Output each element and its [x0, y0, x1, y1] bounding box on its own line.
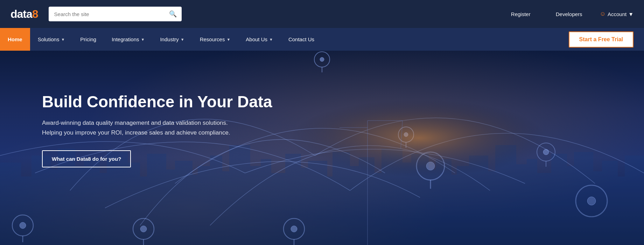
integrations-chevron-icon: ▼	[141, 37, 145, 42]
nav-contact[interactable]: Contact Us	[281, 28, 322, 51]
nav-about[interactable]: About Us ▼	[238, 28, 281, 51]
logo-text-accent: 8	[32, 8, 38, 21]
hero-section: Build Confidence in Your Data Award-winn…	[0, 51, 644, 245]
nav-solutions[interactable]: Solutions ▼	[30, 28, 73, 51]
trial-button[interactable]: Start a Free Trial	[569, 31, 634, 48]
nav-industry[interactable]: Industry ▼	[152, 28, 192, 51]
hero-content: Build Confidence in Your Data Award-winn…	[42, 93, 272, 167]
account-link[interactable]: ☺ Account ▼	[600, 10, 634, 17]
top-right-links: Register Developers ☺ Account ▼	[503, 10, 634, 17]
logo-text-main: data	[10, 8, 32, 21]
hero-subtitle: Award-winning data quality management an…	[42, 118, 245, 138]
search-icon: 🔍	[169, 10, 177, 17]
user-icon: ☺	[600, 10, 606, 17]
chevron-down-icon: ▼	[628, 11, 634, 17]
developers-link[interactable]: Developers	[548, 11, 590, 17]
resources-chevron-icon: ▼	[226, 37, 230, 42]
hero-title: Build Confidence in Your Data	[42, 93, 272, 111]
nav-left: Home Solutions ▼ Pricing Integrations ▼ …	[0, 28, 322, 51]
solutions-chevron-icon: ▼	[61, 37, 65, 42]
top-bar: data8 🔍 Register Developers ☺ Account ▼	[0, 0, 644, 28]
search-input[interactable]	[49, 8, 164, 21]
nav-integrations[interactable]: Integrations ▼	[104, 28, 152, 51]
nav-bar: Home Solutions ▼ Pricing Integrations ▼ …	[0, 28, 644, 51]
search-button[interactable]: 🔍	[164, 7, 182, 21]
hero-cta-button[interactable]: What can Data8 do for you?	[42, 150, 131, 167]
nav-pricing[interactable]: Pricing	[72, 28, 104, 51]
register-link[interactable]: Register	[503, 11, 538, 17]
nav-right: Start a Free Trial	[569, 31, 644, 48]
logo[interactable]: data8	[10, 8, 38, 21]
industry-chevron-icon: ▼	[181, 37, 184, 42]
about-chevron-icon: ▼	[269, 37, 273, 42]
nav-home[interactable]: Home	[0, 28, 30, 51]
nav-resources[interactable]: Resources ▼	[192, 28, 238, 51]
search-bar: 🔍	[49, 7, 182, 21]
